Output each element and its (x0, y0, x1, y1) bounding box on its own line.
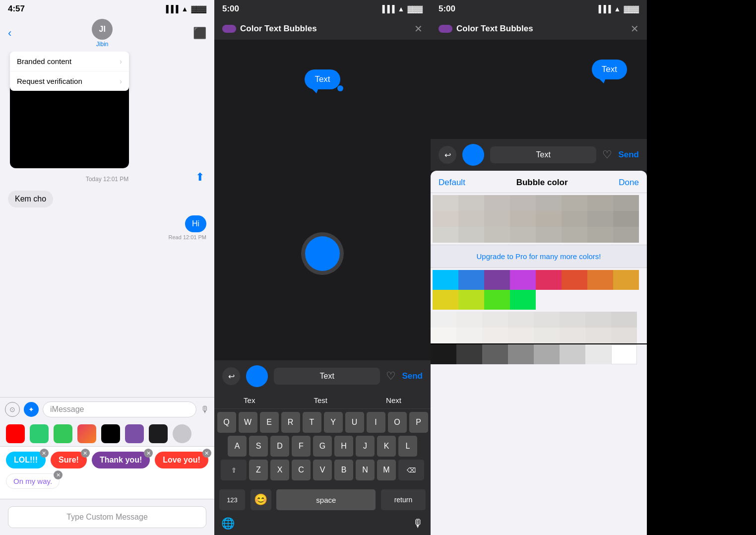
light-swatch-7[interactable] (585, 312, 611, 328)
light2-swatch-7[interactable] (585, 328, 611, 343)
lol-reply[interactable]: LOL!!! ✕ (6, 452, 46, 468)
light2-swatch-6[interactable] (560, 328, 585, 343)
light-swatch-1[interactable] (431, 312, 456, 328)
swatch-18[interactable] (458, 227, 484, 243)
swatch-2[interactable] (458, 195, 484, 211)
swatch-4[interactable] (510, 195, 536, 211)
camera-button[interactable]: ⊙ (5, 402, 20, 417)
dark-swatch-6[interactable] (560, 344, 585, 364)
apple-pay-icon[interactable] (101, 424, 120, 443)
dark-swatch-1[interactable] (431, 344, 456, 364)
key-a[interactable]: A (228, 436, 247, 457)
swatch-11[interactable] (484, 211, 510, 227)
dark-swatch-2[interactable] (456, 344, 482, 364)
bright-swatch-11[interactable] (484, 290, 510, 310)
text-button[interactable]: Text (274, 368, 380, 385)
dark-swatch-7[interactable] (585, 344, 611, 364)
dark-swatch-4[interactable] (508, 344, 534, 364)
back-button[interactable]: ‹ (8, 27, 11, 40)
sure-reply[interactable]: Sure! ✕ (51, 452, 87, 468)
dark-swatch-5[interactable] (534, 344, 560, 364)
key-m[interactable]: M (377, 460, 396, 480)
key-q[interactable]: Q (217, 412, 236, 433)
key-j[interactable]: J (356, 436, 375, 457)
key-r[interactable]: R (281, 412, 300, 433)
key-e[interactable]: E (260, 412, 279, 433)
swatch-20[interactable] (510, 227, 536, 243)
light2-swatch-8[interactable] (611, 328, 637, 343)
dark-app-icon[interactable] (149, 424, 168, 443)
bright-swatch-1[interactable] (433, 270, 458, 290)
maps-app-icon[interactable] (30, 424, 49, 443)
mic-key[interactable]: 🎙 (413, 517, 424, 530)
swatch-12[interactable] (510, 211, 536, 227)
bright-swatch-3[interactable] (484, 270, 510, 290)
swatch-16[interactable] (613, 211, 639, 227)
key-h[interactable]: H (334, 436, 353, 457)
circle-button-2[interactable] (246, 365, 268, 387)
dark-swatch-8[interactable] (611, 344, 637, 364)
red-app-icon[interactable] (77, 424, 96, 443)
light2-swatch-5[interactable] (534, 328, 560, 343)
swatch-3[interactable] (484, 195, 510, 211)
bright-swatch-4[interactable] (510, 270, 536, 290)
thankyou-reply[interactable]: Thank you! ✕ (92, 452, 150, 468)
light-swatch-2[interactable] (456, 312, 482, 328)
sure-close-button[interactable]: ✕ (81, 449, 90, 458)
light-swatch-3[interactable] (482, 312, 508, 328)
key-s[interactable]: S (249, 436, 268, 457)
swatch-19[interactable] (484, 227, 510, 243)
bright-swatch-6[interactable] (562, 270, 587, 290)
swatch-15[interactable] (587, 211, 613, 227)
bright-swatch-10[interactable] (458, 290, 484, 310)
swatch-9[interactable] (433, 211, 458, 227)
key-t[interactable]: T (303, 412, 321, 433)
swatch-13[interactable] (536, 211, 562, 227)
send-button-2[interactable]: Send (402, 371, 423, 381)
loveyou-bubble[interactable]: Love you! (155, 452, 208, 468)
key-z[interactable]: Z (249, 460, 268, 480)
light-swatch-6[interactable] (560, 312, 585, 328)
video-call-icon[interactable]: ⬛ (193, 27, 206, 40)
app-drawer-button[interactable]: ✦ (24, 402, 39, 417)
onmyway-reply[interactable]: On my way. ✕ (6, 473, 60, 489)
text-button-3[interactable]: Text (490, 146, 596, 163)
bright-swatch-9[interactable] (433, 290, 458, 310)
circle-button-3[interactable] (462, 144, 484, 166)
key-y[interactable]: Y (324, 412, 343, 433)
swatch-1[interactable] (433, 195, 458, 211)
swatch-6[interactable] (562, 195, 587, 211)
record-button[interactable] (305, 236, 340, 271)
light-swatch-8[interactable] (611, 312, 637, 328)
key-n[interactable]: N (356, 460, 375, 480)
swatch-14[interactable] (562, 211, 587, 227)
key-k[interactable]: K (377, 436, 396, 457)
upgrade-banner[interactable]: Upgrade to Pro for many more colors! (431, 245, 647, 268)
swatch-5[interactable] (536, 195, 562, 211)
emoji-key[interactable]: 😊 (251, 489, 271, 510)
loveyou-reply[interactable]: Love you! ✕ (155, 452, 208, 468)
key-g[interactable]: G (313, 436, 332, 457)
bright-swatch-5[interactable] (536, 270, 562, 290)
key-w[interactable]: W (239, 412, 257, 433)
light2-swatch-3[interactable] (482, 328, 508, 343)
key-u[interactable]: U (345, 412, 364, 433)
onmyway-bubble[interactable]: On my way. (6, 473, 60, 489)
contact-avatar-area[interactable]: JI Jibin (92, 19, 113, 48)
mic-icon[interactable]: 🎙 (200, 404, 209, 415)
light2-swatch-2[interactable] (456, 328, 482, 343)
key-c[interactable]: C (292, 460, 311, 480)
loveyou-close-button[interactable]: ✕ (202, 449, 211, 458)
key-l[interactable]: L (398, 436, 417, 457)
send-button-3[interactable]: Send (618, 150, 639, 160)
onmyway-close-button[interactable]: ✕ (54, 470, 63, 479)
key-f[interactable]: F (292, 436, 311, 457)
heart-icon[interactable]: ♡ (386, 370, 396, 383)
custom-message-input[interactable]: Type Custom Message (8, 506, 206, 528)
green-app-icon[interactable] (54, 424, 72, 443)
thankyou-close-button[interactable]: ✕ (144, 449, 153, 458)
globe-icon[interactable]: 🌐 (221, 517, 235, 530)
swatch-23[interactable] (587, 227, 613, 243)
branded-content-item[interactable]: Branded content › (10, 52, 129, 71)
bright-swatch-2[interactable] (458, 270, 484, 290)
